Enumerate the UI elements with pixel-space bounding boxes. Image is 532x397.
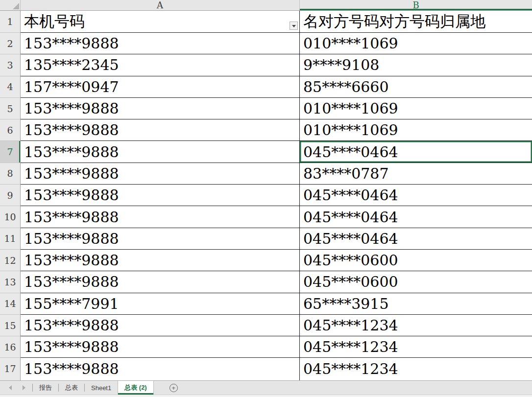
active-cell-b7[interactable]: 045****0464 xyxy=(300,141,532,163)
row-header[interactable]: 4 xyxy=(0,76,21,98)
table-row: 6 153****9888 010****1069 xyxy=(0,119,532,141)
row-header[interactable]: 13 xyxy=(0,271,21,293)
table-row: 13 153****9888 045****0600 xyxy=(0,271,532,293)
table-row: 11 153****9888 045****0464 xyxy=(0,228,532,250)
table-row: 16 153****9888 045****1234 xyxy=(0,336,532,358)
cell-column-b[interactable]: 010****1069 xyxy=(300,33,532,54)
row-header[interactable]: 7 xyxy=(0,141,21,163)
cell-column-b[interactable]: 85****6660 xyxy=(300,76,532,98)
cell-column-b[interactable]: 045****0464 xyxy=(300,206,532,228)
cell-column-a[interactable]: 153****9888 xyxy=(21,271,300,293)
header-a-text: 本机号码 xyxy=(24,11,85,32)
table-row: 15 153****9888 045****1234 xyxy=(0,315,532,336)
cell-column-a[interactable]: 153****9888 xyxy=(21,206,300,228)
column-header-a[interactable]: A xyxy=(21,0,300,10)
cell-column-b[interactable]: 045****1234 xyxy=(300,336,532,358)
table-row: 14 155****7991 65****3915 xyxy=(0,293,532,315)
dropdown-arrow-icon xyxy=(292,25,296,27)
cell-column-a[interactable]: 153****9888 xyxy=(21,141,300,163)
row-header[interactable]: 14 xyxy=(0,293,21,315)
header-b-text: 名对方号码对方号码归属地 xyxy=(303,11,485,32)
row-header[interactable]: 9 xyxy=(0,185,21,206)
cell-column-a[interactable]: 153****9888 xyxy=(21,315,300,336)
column-header-strip: A B xyxy=(0,0,532,11)
cell-column-a[interactable]: 153****9888 xyxy=(21,358,300,379)
table-row: 10 153****9888 045****0464 xyxy=(0,206,532,228)
sheet-grid: 1 本机号码 名对方号码对方号码归属地 2 153****9888 010***… xyxy=(0,11,532,379)
cell-column-a[interactable]: 155****7991 xyxy=(21,293,300,315)
cell-column-b[interactable]: 83****0787 xyxy=(300,163,532,185)
table-row: 1 本机号码 名对方号码对方号码归属地 xyxy=(0,11,532,33)
sheet-tab-zongbiao-2-active[interactable]: 总表 (2) xyxy=(118,381,154,395)
table-row: 12 153****9888 045****0600 xyxy=(0,250,532,271)
row-header[interactable]: 6 xyxy=(0,119,21,141)
tabs-scroll-right-icon[interactable] xyxy=(23,385,25,390)
row-header[interactable]: 16 xyxy=(0,336,21,358)
column-header-b[interactable]: B xyxy=(300,0,532,10)
new-sheet-button[interactable]: + xyxy=(169,381,178,395)
cell-column-b[interactable]: 045****1234 xyxy=(300,358,532,379)
sheet-tab-zongbiao[interactable]: 总表 xyxy=(59,381,84,395)
table-row: 9 153****9888 045****0464 xyxy=(0,185,532,206)
cell-b1[interactable]: 名对方号码对方号码归属地 xyxy=(300,11,532,33)
row-header[interactable]: 17 xyxy=(0,358,21,379)
table-row: 4 157****0947 85****6660 xyxy=(0,76,532,98)
sheet-tab-baogao[interactable]: 报告 xyxy=(33,381,58,395)
cell-column-a[interactable]: 135****2345 xyxy=(21,54,300,76)
cell-column-a[interactable]: 153****9888 xyxy=(21,185,300,206)
cell-column-b[interactable]: 9****9108 xyxy=(300,54,532,76)
tabs-scroll-left-icon[interactable] xyxy=(9,385,12,390)
row-header[interactable]: 15 xyxy=(0,315,21,336)
cell-a1[interactable]: 本机号码 xyxy=(21,11,300,33)
row-header[interactable]: 10 xyxy=(0,206,21,228)
row-header[interactable]: 2 xyxy=(0,33,21,54)
tab-navigation xyxy=(0,381,32,395)
cell-column-b[interactable]: 045****0464 xyxy=(300,185,532,206)
table-row: 8 153****9888 83****0787 xyxy=(0,163,532,185)
table-row: 17 153****9888 045****1234 xyxy=(0,358,532,379)
spreadsheet-window: A B 1 本机号码 名对方号码对方号码归属地 2 153****9888 01… xyxy=(0,0,532,397)
cell-column-a[interactable]: 153****9888 xyxy=(21,163,300,185)
select-all-triangle-icon xyxy=(13,3,19,9)
filter-dropdown-button[interactable] xyxy=(290,22,298,30)
cell-column-a[interactable]: 153****9888 xyxy=(21,228,300,250)
sheet-tab-bar: 报告 总表 Sheet1 总表 (2) + xyxy=(0,380,532,395)
row-header[interactable]: 1 xyxy=(0,11,21,33)
table-row: 5 153****9888 010****1069 xyxy=(0,98,532,119)
cell-column-a[interactable]: 157****0947 xyxy=(21,76,300,98)
status-bar-strip xyxy=(0,395,532,397)
cell-column-a[interactable]: 153****9888 xyxy=(21,336,300,358)
table-row: 3 135****2345 9****9108 xyxy=(0,54,532,76)
cell-column-b[interactable]: 010****1069 xyxy=(300,119,532,141)
row-header[interactable]: 8 xyxy=(0,163,21,185)
cell-column-b[interactable]: 65****3915 xyxy=(300,293,532,315)
cell-column-a[interactable]: 153****9888 xyxy=(21,119,300,141)
row-header[interactable]: 12 xyxy=(0,250,21,271)
cell-column-b[interactable]: 010****1069 xyxy=(300,98,532,119)
cell-column-a[interactable]: 153****9888 xyxy=(21,33,300,54)
select-all-corner[interactable] xyxy=(0,0,21,10)
cell-column-a[interactable]: 153****9888 xyxy=(21,250,300,271)
cell-column-b[interactable]: 045****1234 xyxy=(300,315,532,336)
plus-icon: + xyxy=(169,384,178,392)
row-header[interactable]: 5 xyxy=(0,98,21,119)
sheet-tab-sheet1[interactable]: Sheet1 xyxy=(85,381,118,395)
row-header[interactable]: 3 xyxy=(0,54,21,76)
cell-column-b[interactable]: 045****0600 xyxy=(300,271,532,293)
row-header[interactable]: 11 xyxy=(0,228,21,250)
cell-column-a[interactable]: 153****9888 xyxy=(21,98,300,119)
table-row: 2 153****9888 010****1069 xyxy=(0,33,532,54)
cell-column-b[interactable]: 045****0600 xyxy=(300,250,532,271)
cell-column-b[interactable]: 045****0464 xyxy=(300,228,532,250)
table-row: 7 153****9888 045****0464 xyxy=(0,141,532,163)
